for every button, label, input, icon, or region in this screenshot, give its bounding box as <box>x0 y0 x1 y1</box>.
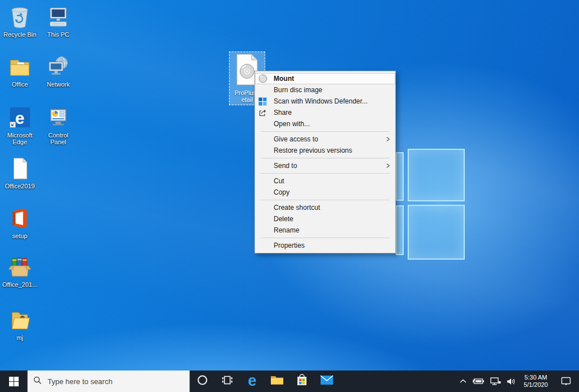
file-label-line2: etail <box>241 96 253 103</box>
menu-separator <box>261 158 390 158</box>
no-icon <box>258 241 271 250</box>
search-icon <box>33 376 42 387</box>
submenu-chevron-icon <box>385 136 391 142</box>
office-setup-icon <box>8 206 32 231</box>
no-icon <box>258 188 271 197</box>
task-view-button[interactable] <box>215 371 240 392</box>
desktop-icon-office-2019-box[interactable]: Office_201... <box>1 255 38 288</box>
task-view-icon <box>222 374 233 388</box>
microsoft-store-icon <box>296 374 308 389</box>
menu-item-label: Rename <box>271 226 391 234</box>
menu-item-label: Open with... <box>271 120 391 128</box>
network-icon <box>46 54 70 79</box>
menu-separator <box>261 131 390 132</box>
svg-text:e: e <box>15 109 24 127</box>
no-icon <box>258 226 271 235</box>
mail-icon <box>320 375 334 387</box>
document-icon <box>8 156 32 181</box>
file-explorer-icon <box>270 374 284 388</box>
menu-separator <box>261 173 390 174</box>
edge-taskbar-button[interactable]: e <box>240 371 265 392</box>
menu-item-restore-previous-versions[interactable]: Restore previous versions <box>255 145 395 156</box>
menu-item-cut[interactable]: Cut <box>255 175 395 187</box>
tray-chevron-up-icon[interactable] <box>459 378 467 384</box>
menu-item-create-shortcut[interactable]: Create shortcut <box>255 202 395 213</box>
menu-item-label: Restore previous versions <box>271 147 391 154</box>
menu-item-label: Share <box>271 109 391 117</box>
menu-item-label: Burn disc image <box>271 86 391 94</box>
no-icon <box>258 214 271 223</box>
action-center-button[interactable] <box>555 377 576 386</box>
clock-time: 5:30 AM <box>524 374 548 381</box>
share-icon <box>258 108 271 117</box>
edge-icon: e <box>8 105 32 130</box>
taskbar-search[interactable] <box>27 371 190 392</box>
taskbar: e <box>0 371 579 392</box>
desktop-icon-control-panel[interactable]: Control Panel <box>40 105 77 145</box>
menu-item-delete[interactable]: Delete <box>255 213 395 225</box>
icon-label: mj <box>16 334 23 341</box>
desktop-icon-recycle-bin[interactable]: Recycle Bin <box>1 5 38 38</box>
disc-icon <box>258 74 271 83</box>
icon-label: Office2019 <box>5 183 34 189</box>
windows-desktop: Recycle Bin This PC Of <box>0 0 579 392</box>
windows-start-icon <box>9 377 19 386</box>
user-folder-icon <box>8 308 32 333</box>
menu-item-scan-with-windows-defender[interactable]: Scan with Windows Defender... <box>255 96 395 107</box>
icon-label: Office <box>12 81 28 88</box>
menu-item-burn-disc-image[interactable]: Burn disc image <box>255 84 395 96</box>
icon-label: Microsoft Edge <box>1 132 38 145</box>
desktop-icon-mj-folder[interactable]: mj <box>1 308 38 341</box>
no-icon <box>258 119 271 128</box>
no-icon <box>258 85 271 94</box>
menu-item-mount[interactable]: Mount <box>255 73 395 84</box>
windows-logo-wallpaper <box>396 149 466 261</box>
menu-item-share[interactable]: Share <box>255 107 395 118</box>
network-wired-icon[interactable] <box>490 377 501 386</box>
context-menu: Mount Burn disc image Scan with Windows … <box>254 71 396 253</box>
desktop-icon-office2019-file[interactable]: Office2019 <box>1 156 38 189</box>
control-panel-icon <box>46 105 70 130</box>
menu-item-copy[interactable]: Copy <box>255 187 395 198</box>
desktop-icon-microsoft-edge[interactable]: e Microsoft Edge <box>1 105 38 145</box>
taskbar-clock[interactable]: 5:30 AM 5/1/2020 <box>521 374 550 389</box>
icon-label: Control Panel <box>40 132 77 145</box>
search-input[interactable] <box>46 377 184 386</box>
menu-separator <box>261 238 390 238</box>
folder-icon <box>8 54 32 79</box>
volume-icon[interactable] <box>506 377 516 386</box>
battery-charging-icon[interactable] <box>472 377 485 385</box>
desktop-icon-setup[interactable]: setup <box>1 206 38 239</box>
no-icon <box>258 135 271 144</box>
menu-item-label: Give access to <box>271 135 385 143</box>
menu-item-label: Send to <box>271 162 385 170</box>
defender-icon <box>258 97 271 106</box>
edge-icon: e <box>248 373 256 389</box>
start-button[interactable] <box>0 371 27 392</box>
menu-item-send-to[interactable]: Send to <box>255 160 395 171</box>
desktop-icon-network[interactable]: Network <box>40 54 77 88</box>
menu-item-label: Cut <box>271 177 391 185</box>
menu-item-rename[interactable]: Rename <box>255 225 395 236</box>
menu-item-properties[interactable]: Properties <box>255 240 395 251</box>
menu-item-label: Properties <box>271 242 391 249</box>
no-icon <box>258 203 271 212</box>
menu-item-open-with[interactable]: Open with... <box>255 118 395 130</box>
icon-label: setup <box>12 232 28 239</box>
recycle-bin-icon <box>8 5 32 29</box>
cortana-button[interactable] <box>190 371 215 392</box>
menu-item-label: Scan with Windows Defender... <box>271 97 391 105</box>
menu-item-label: Mount <box>271 75 391 83</box>
cortana-icon <box>197 374 208 388</box>
clock-date: 5/1/2020 <box>524 381 548 389</box>
menu-item-label: Delete <box>271 215 391 223</box>
no-icon <box>258 146 271 155</box>
file-explorer-button[interactable] <box>265 371 290 392</box>
store-button[interactable] <box>290 371 314 392</box>
mail-button[interactable] <box>314 371 339 392</box>
no-icon <box>258 176 271 186</box>
desktop-icon-office-folder[interactable]: Office <box>1 54 38 88</box>
menu-item-label: Copy <box>271 188 391 196</box>
menu-item-give-access-to[interactable]: Give access to <box>255 133 395 145</box>
desktop-icon-this-pc[interactable]: This PC <box>40 5 77 38</box>
